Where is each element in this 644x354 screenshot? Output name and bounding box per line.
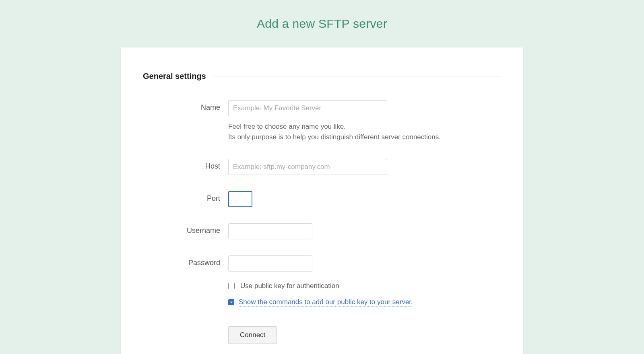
- button-row: Connect: [228, 326, 501, 344]
- name-help-line2: Its only purpose is to help you distingu…: [228, 133, 441, 141]
- form-row-port: Port: [143, 191, 501, 207]
- host-label: Host: [143, 159, 228, 171]
- show-commands-row: Show the commands to add our public key …: [228, 298, 501, 307]
- public-key-checkbox[interactable]: [228, 283, 235, 289]
- form-card: General settings Name Feel free to choos…: [121, 47, 523, 354]
- section-divider: [213, 76, 501, 76]
- form-row-username: Username: [143, 223, 501, 239]
- chevron-down-icon[interactable]: [228, 299, 234, 305]
- name-help-line1: Feel free to choose any name you like.: [228, 123, 346, 130]
- page-title: Add a new SFTP server: [0, 0, 644, 47]
- form-row-name: Name Feel free to choose any name you li…: [143, 100, 501, 143]
- username-input[interactable]: [228, 223, 312, 239]
- connect-button[interactable]: Connect: [228, 326, 277, 344]
- public-key-checkbox-label: Use public key for authentication: [240, 282, 339, 290]
- section-heading: General settings: [143, 72, 213, 81]
- form-row-host: Host: [143, 159, 501, 175]
- public-key-checkbox-row: Use public key for authentication: [228, 282, 501, 290]
- password-input[interactable]: [228, 255, 312, 272]
- port-label: Port: [143, 191, 228, 203]
- section-header: General settings: [143, 72, 501, 81]
- host-input[interactable]: [228, 159, 387, 175]
- show-commands-link[interactable]: Show the commands to add our public key …: [239, 298, 413, 307]
- port-input[interactable]: [228, 191, 252, 207]
- name-label: Name: [143, 100, 228, 112]
- password-label: Password: [143, 255, 228, 267]
- username-label: Username: [143, 223, 228, 235]
- name-help-text: Feel free to choose any name you like. I…: [228, 121, 501, 143]
- form-row-password: Password Use public key for authenticati…: [143, 255, 501, 344]
- name-input[interactable]: [228, 100, 387, 116]
